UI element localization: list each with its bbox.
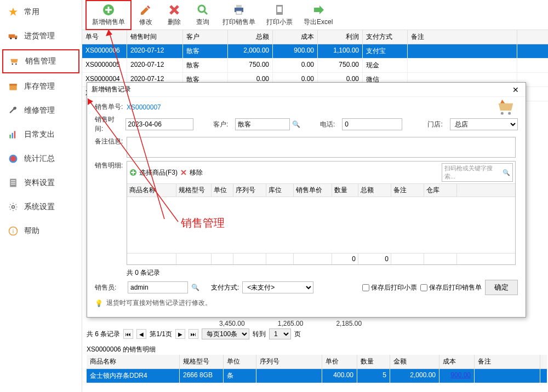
sidebar-item-purchase[interactable]: 进货管理 bbox=[0, 24, 82, 48]
paymethod-select[interactable]: <未支付> bbox=[242, 281, 313, 293]
search-icon[interactable]: 🔍 bbox=[191, 284, 199, 291]
search-icon[interactable]: 🔍 bbox=[292, 120, 300, 128]
dialog-titlebar: 新增销售记录 ✕ bbox=[87, 83, 526, 97]
print-receipt-checkbox[interactable]: 保存后打印小票 bbox=[362, 283, 417, 292]
page-info: 第1/1页 bbox=[150, 330, 172, 339]
perpage-select[interactable]: 每页100条 bbox=[202, 328, 249, 339]
col-remark[interactable]: 备注 bbox=[408, 30, 517, 44]
store-label: 门店: bbox=[427, 120, 447, 129]
phone-input[interactable] bbox=[342, 118, 402, 130]
truck-icon bbox=[8, 31, 19, 42]
sidebar-label: 系统设置 bbox=[24, 202, 55, 212]
detail-title: XS0000006 的销售明细 bbox=[87, 345, 156, 354]
svg-text:i: i bbox=[13, 228, 14, 234]
svg-point-3 bbox=[15, 38, 16, 39]
svg-point-2 bbox=[10, 38, 12, 39]
records-count: 共 0 条记录 bbox=[127, 268, 518, 278]
next-page-button[interactable]: ▶ bbox=[175, 329, 185, 339]
prev-page-button[interactable]: ◀ bbox=[136, 329, 146, 339]
delete-button[interactable]: 删除 bbox=[160, 1, 189, 29]
customer-input[interactable] bbox=[235, 118, 290, 130]
paymethod-label: 支付方式: bbox=[211, 283, 239, 292]
sidebar-label: 资料设置 bbox=[24, 178, 55, 188]
svg-rect-0 bbox=[9, 34, 15, 38]
sidebar-item-sales[interactable]: 销售管理 bbox=[2, 49, 79, 73]
salesman-input[interactable] bbox=[128, 281, 188, 293]
svg-rect-16 bbox=[11, 184, 15, 185]
svg-point-28 bbox=[508, 112, 511, 115]
tool-label: 查询 bbox=[196, 18, 209, 27]
col-payment[interactable]: 支付方式 bbox=[363, 30, 408, 44]
totals-row: 3,450.00 1,265.00 2,185.00 bbox=[219, 320, 362, 327]
sidebar-label: 库存管理 bbox=[24, 82, 55, 91]
sidebar-item-data[interactable]: 资料设置 bbox=[0, 171, 82, 195]
new-sales-dialog: 新增销售记录 ✕ 销售单号: XS0000007 销售时间: 客户: 🔍 电话:… bbox=[87, 82, 526, 318]
first-page-button[interactable]: ⏮ bbox=[123, 329, 133, 339]
last-page-button[interactable]: ⏭ bbox=[189, 329, 198, 339]
svg-point-21 bbox=[198, 5, 205, 12]
export-excel-button[interactable]: 导出Excel bbox=[298, 1, 338, 29]
salesman-label: 销售员: bbox=[95, 283, 124, 292]
sidebar-item-common[interactable]: 常用 bbox=[0, 0, 82, 24]
remove-small-icon[interactable] bbox=[180, 169, 187, 176]
print-order-checkbox[interactable]: 保存后打印销售单 bbox=[420, 283, 482, 292]
goto-select[interactable]: 1 bbox=[269, 328, 291, 339]
new-sales-button[interactable]: 新增销售单 bbox=[85, 0, 132, 30]
svg-rect-7 bbox=[9, 84, 16, 85]
remark-textarea[interactable] bbox=[127, 137, 516, 158]
sidebar-item-help[interactable]: i 帮助 bbox=[0, 219, 82, 243]
col-total[interactable]: 总额 bbox=[228, 30, 273, 44]
table-row[interactable]: XS00000062020-07-12散客2,000.00900.001,100… bbox=[82, 44, 548, 59]
print-receipt-button[interactable]: 打印小票 bbox=[261, 1, 298, 29]
remark-label: 备注信息: bbox=[95, 137, 124, 146]
remove-button[interactable]: 移除 bbox=[190, 168, 203, 177]
svg-rect-14 bbox=[11, 180, 15, 181]
sidebar-item-repair[interactable]: 维修管理 bbox=[0, 99, 82, 123]
col-cost[interactable]: 成本 bbox=[273, 30, 318, 44]
tool-label: 删除 bbox=[168, 18, 181, 27]
svg-rect-9 bbox=[12, 133, 14, 139]
goto-label: 转到 bbox=[253, 330, 266, 339]
receipt-icon bbox=[273, 3, 286, 16]
table-row[interactable]: XS00000052020-07-12散客750.000.00750.00现金 bbox=[82, 59, 548, 73]
sidebar-item-system[interactable]: 系统设置 bbox=[0, 195, 82, 219]
tool-label: 新增销售单 bbox=[92, 18, 125, 27]
confirm-button[interactable]: 确定 bbox=[485, 280, 518, 295]
sidebar-label: 销售管理 bbox=[25, 56, 56, 66]
sidebar-label: 日常支出 bbox=[24, 130, 55, 140]
bars-icon bbox=[8, 129, 19, 140]
search-button[interactable]: 查询 bbox=[189, 1, 217, 29]
edit-button[interactable]: 修改 bbox=[132, 1, 160, 29]
box-icon bbox=[8, 81, 19, 92]
tool-label: 导出Excel bbox=[304, 18, 333, 27]
col-time[interactable]: 销售时间 bbox=[127, 30, 183, 44]
dialog-title-text: 新增销售记录 bbox=[92, 85, 131, 94]
star-icon bbox=[8, 7, 19, 18]
detail-grid: 商品名称规格型号单位序列号单价数量金额成本备注 金士顿内存条DDR42666 8… bbox=[87, 355, 547, 383]
pager-count: 共 6 条记录 bbox=[87, 330, 120, 339]
sidebar-label: 常用 bbox=[24, 7, 39, 17]
svg-rect-24 bbox=[236, 11, 242, 14]
bulb-icon: 💡 bbox=[95, 299, 103, 307]
close-icon[interactable]: ✕ bbox=[510, 85, 521, 94]
product-search-input[interactable]: 扫码枪或关键字搜索...🔍 bbox=[442, 163, 513, 182]
sidebar-label: 帮助 bbox=[24, 226, 39, 236]
time-input[interactable] bbox=[125, 118, 193, 130]
sidebar-item-stats[interactable]: 统计汇总 bbox=[0, 147, 82, 171]
detail-box: 选择商品(F3) 移除 扫码枪或关键字搜索...🔍 商品名称规格型号单位序列号库… bbox=[127, 161, 516, 265]
sidebar-item-stock[interactable]: 库存管理 bbox=[0, 74, 82, 99]
sidebar-item-expense[interactable]: 日常支出 bbox=[0, 123, 82, 147]
svg-rect-10 bbox=[14, 131, 16, 138]
plus-icon bbox=[102, 3, 115, 16]
sidebar-label: 进货管理 bbox=[24, 31, 55, 41]
svg-point-27 bbox=[501, 112, 504, 115]
col-customer[interactable]: 客户 bbox=[183, 30, 228, 44]
select-product-button[interactable]: 选择商品(F3) bbox=[139, 168, 178, 177]
gear-icon bbox=[8, 201, 19, 212]
col-order[interactable]: 单号 bbox=[82, 30, 127, 44]
plus-small-icon[interactable] bbox=[129, 169, 137, 176]
sidebar-label: 维修管理 bbox=[24, 106, 55, 116]
col-profit[interactable]: 利润 bbox=[318, 30, 363, 44]
svg-point-12 bbox=[10, 156, 16, 162]
print-order-button[interactable]: 打印销售单 bbox=[217, 1, 261, 29]
